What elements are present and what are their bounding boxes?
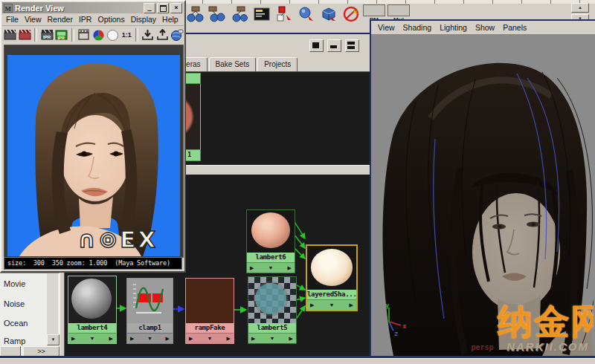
close-icon[interactable]: ×	[170, 3, 182, 13]
shader-node-lambert6[interactable]: lambert6 ▶ ▼ ▶	[246, 209, 295, 273]
scroll-down-icon[interactable]: ▼	[47, 334, 60, 345]
menu-ipr[interactable]: IPR	[79, 15, 92, 24]
node-arrows[interactable]: ▶ ▼ ▶	[186, 333, 234, 343]
break-connection-icon[interactable]	[274, 4, 294, 23]
node-input-arrow-icon[interactable]: ▶	[310, 300, 314, 310]
node-swatch[interactable]	[248, 277, 296, 323]
minimize-icon[interactable]: _	[144, 3, 155, 13]
alpha-channel-icon[interactable]	[106, 27, 120, 42]
rendered-image[interactable]: ∩⊙EX	[4, 45, 184, 258]
create-render-node-sphere-icon[interactable]	[296, 4, 316, 23]
create-bar-item-movie[interactable]: Movie	[4, 279, 25, 288]
refresh-ipr-icon[interactable]: IPR	[55, 27, 68, 42]
shader-node-clamp1[interactable]: clamp1 ▶ ▼ ▶	[126, 278, 173, 344]
node-label: layeredSha...	[307, 290, 356, 299]
clear-graph-icon[interactable]	[341, 4, 361, 23]
real-size-button[interactable]: 1:1	[121, 27, 132, 42]
node-arrows[interactable]: ▶ ▼ ▶	[247, 262, 295, 273]
node-output-arrow-icon[interactable]: ▶	[109, 334, 113, 343]
shelf-scroll-up-button[interactable]: ▲	[571, 3, 589, 13]
show-downstream-graph-icon[interactable]	[229, 4, 249, 23]
menu-view[interactable]: View	[378, 23, 395, 32]
node-swatch[interactable]	[68, 276, 116, 323]
window-title: Render View	[15, 4, 144, 13]
rgb-channels-icon[interactable]	[91, 27, 105, 42]
node-menu-arrow-icon[interactable]: ▼	[90, 334, 95, 343]
node-menu-arrow-icon[interactable]: ▼	[270, 334, 275, 343]
node-input-arrow-icon[interactable]: ▶	[189, 334, 193, 343]
menu-shading[interactable]: Shading	[403, 23, 432, 32]
script-editor-icon[interactable]	[251, 4, 271, 23]
layout-single-pane-button[interactable]	[309, 39, 324, 52]
node-swatch[interactable]	[307, 246, 356, 290]
node-input-arrow-icon[interactable]: ▶	[71, 334, 75, 343]
show-upstream-graph-icon[interactable]	[184, 4, 205, 23]
panel-divider[interactable]	[60, 273, 65, 356]
toolbar-separator	[71, 28, 74, 42]
node-arrows[interactable]: ▶ ▼ ▶	[307, 299, 356, 310]
shelf-swatch-box	[387, 4, 410, 16]
menu-help[interactable]: Help	[162, 15, 178, 24]
node-menu-arrow-icon[interactable]: ▼	[268, 263, 274, 273]
svg-text:IPR: IPR	[58, 36, 65, 40]
node-swatch[interactable]	[127, 279, 173, 323]
create-bar-item-ramp[interactable]: Ramp	[4, 337, 25, 345]
menu-show[interactable]: Show	[475, 23, 495, 32]
node-output-arrow-icon[interactable]: ▶	[166, 334, 170, 343]
node-menu-arrow-icon[interactable]: ▼	[208, 334, 213, 343]
render-globals-globe-icon[interactable]	[170, 27, 184, 42]
node-label: lambert5	[248, 323, 296, 333]
maya-desktop: PM Mul ▲ ▼	[0, 0, 595, 364]
window-status-strip	[0, 358, 595, 364]
node-input-arrow-icon[interactable]: ▶	[130, 334, 134, 343]
shader-node-lambert4[interactable]: lambert4 ▶ ▼ ▶	[68, 276, 117, 344]
node-output-arrow-icon[interactable]: ▶	[288, 263, 292, 273]
maximize-icon[interactable]	[157, 3, 169, 13]
create-bar-scrollbar[interactable]: ▼	[47, 273, 58, 345]
menu-view[interactable]: View	[25, 15, 42, 24]
node-arrows[interactable]: ▶ ▼ ▶	[248, 333, 296, 343]
menu-panels[interactable]: Panels	[503, 23, 527, 32]
shader-node-lambert5[interactable]: lambert5 ▶ ▼ ▶	[248, 276, 297, 344]
node-label: lambert6	[247, 253, 295, 262]
node-input-arrow-icon[interactable]: ▶	[251, 334, 255, 343]
snapshot-icon[interactable]	[77, 27, 91, 42]
node-menu-arrow-icon[interactable]: ▼	[329, 300, 335, 310]
menu-options[interactable]: Options	[97, 15, 124, 24]
node-arrows[interactable]: ▶ ▼ ▶	[68, 333, 116, 343]
node-swatch[interactable]	[247, 210, 295, 253]
show-up-and-downstream-graph-icon[interactable]	[207, 4, 227, 23]
window-titlebar[interactable]: M Render View _ ×	[2, 2, 184, 13]
create-bar-item-noise[interactable]: Noise	[4, 299, 25, 308]
menu-render[interactable]: Render	[48, 15, 73, 24]
render-current-frame-icon[interactable]	[4, 27, 17, 42]
node-output-arrow-icon[interactable]: ▶	[350, 300, 353, 310]
maya-app-icon: M	[4, 4, 13, 13]
shader-node-rampfake[interactable]: rampFake ▶ ▼ ▶	[185, 278, 234, 344]
shader-node-layeredshader-selected[interactable]: layeredSha... ▶ ▼ ▶	[306, 244, 358, 311]
node-arrows[interactable]: ▶ ▼ ▶	[127, 333, 173, 343]
redo-previous-render-icon[interactable]	[19, 27, 32, 42]
ipr-render-icon[interactable]: IPR	[40, 27, 54, 42]
layout-two-pane-button[interactable]	[327, 39, 341, 52]
toolbar-separator	[34, 28, 37, 42]
keep-image-icon[interactable]	[141, 27, 155, 42]
create-render-node-cube-icon[interactable]	[318, 4, 338, 23]
node-label: clamp1	[127, 323, 173, 333]
viewport-canvas[interactable]: y x z persp 纳金网 NARKII.COM	[371, 35, 594, 356]
remove-image-icon[interactable]	[155, 27, 169, 42]
node-output-arrow-icon[interactable]: ▶	[289, 334, 293, 343]
node-menu-arrow-icon[interactable]: ▼	[147, 334, 152, 343]
toolbar-separator	[135, 28, 138, 42]
create-bar-item-ocean[interactable]: Ocean	[4, 319, 28, 328]
menu-lighting[interactable]: Lighting	[440, 23, 467, 32]
layout-split-pane-button[interactable]	[345, 39, 359, 52]
menu-file[interactable]: File	[6, 15, 19, 24]
tab-bake-sets[interactable]: Bake Sets	[209, 57, 257, 71]
node-input-arrow-icon[interactable]: ▶	[250, 263, 254, 273]
menu-display[interactable]: Display	[131, 15, 156, 24]
node-swatch[interactable]	[186, 279, 234, 323]
tab-projects[interactable]: Projects	[257, 57, 298, 71]
node-output-arrow-icon[interactable]: ▶	[227, 334, 231, 343]
create-bar: Movie Noise Ocean Ramp ▼ >>	[0, 273, 60, 357]
